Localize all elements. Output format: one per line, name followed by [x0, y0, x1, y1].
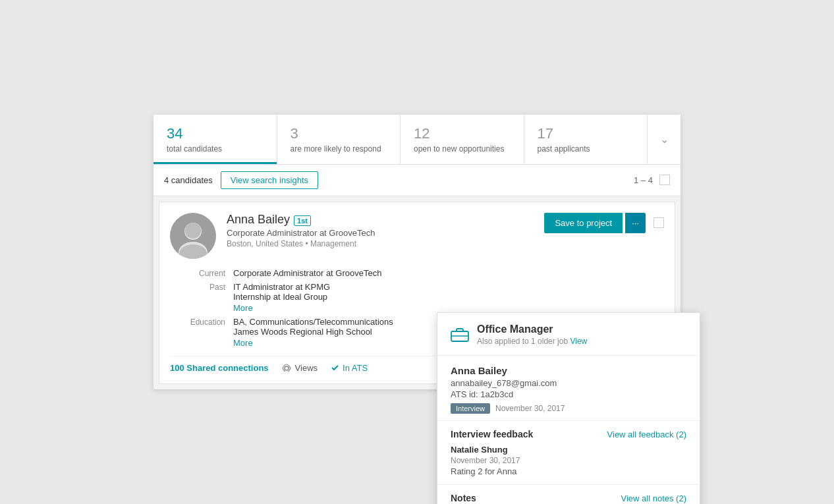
stat-likely-respond[interactable]: 3 are more likely to respond [277, 115, 401, 163]
svg-point-3 [185, 223, 201, 238]
popup-header: Office Manager Also applied to 1 older j… [437, 313, 700, 356]
popup-job-info: Office Manager Also applied to 1 older j… [477, 323, 587, 346]
stat-total-candidates[interactable]: 34 total candidates [153, 115, 277, 163]
view-all-feedback-link[interactable]: View all feedback (2) [607, 430, 686, 439]
views-label: Views [295, 363, 318, 373]
feedback-section-title: Interview feedback [451, 429, 533, 439]
chevron-down-icon: ⌄ [660, 133, 669, 146]
views-icon [282, 364, 292, 372]
current-label: Current [173, 268, 225, 278]
open-opportunities-label: open to new opportunities [414, 144, 511, 154]
likely-respond-number: 3 [291, 125, 387, 142]
save-to-project-button[interactable]: Save to project [544, 213, 623, 233]
feedback-rating: Rating 2 for Anna [451, 466, 686, 476]
likely-respond-label: are more likely to respond [291, 144, 387, 154]
popup-applied: Also applied to 1 older job View [477, 337, 587, 346]
stat-past-applicants[interactable]: 17 past applicants [524, 115, 648, 163]
popup-feedback-header: Interview feedback View all feedback (2) [451, 429, 686, 439]
total-candidates-number: 34 [167, 125, 264, 142]
shared-connections[interactable]: 100 Shared connections [170, 363, 269, 373]
ats-status-row: Interview November 30, 2017 [451, 403, 686, 414]
past-label: Past [173, 282, 225, 313]
popup-candidate-email: annabailey_678@gmai.com [451, 378, 686, 388]
popup-notes-section: Notes View all notes (2) Natalie Sung No… [437, 485, 700, 504]
candidate-actions: Save to project ··· [544, 213, 664, 233]
past-roles: IT Administrator at KPMG Internship at I… [233, 282, 664, 313]
views-link[interactable]: Views [282, 363, 318, 373]
in-ats-link[interactable]: In ATS [331, 363, 368, 373]
open-opportunities-number: 12 [414, 125, 511, 142]
popup-candidate-ats: ATS id: 1a2b3cd [451, 389, 686, 399]
select-all-checkbox[interactable] [659, 175, 670, 185]
pagination: 1 – 4 [634, 175, 670, 185]
stats-collapse-button[interactable]: ⌄ [648, 115, 681, 163]
candidate-title: Corporate Administrator at GrooveTech [227, 228, 534, 238]
popup-job-title: Office Manager [477, 323, 587, 335]
checkmark-icon [331, 363, 340, 372]
popup-candidate-section: Anna Bailey annabailey_678@gmai.com ATS … [437, 356, 700, 421]
past-role-1: IT Administrator at KPMG [233, 282, 664, 292]
degree-badge: 1st [294, 215, 311, 226]
status-badge: Interview [451, 403, 490, 414]
toolbar: 4 candidates View search insights 1 – 4 [153, 165, 681, 196]
shared-connections-count: 100 [170, 363, 184, 373]
feedback-date: November 30, 2017 [451, 456, 686, 465]
pagination-range: 1 – 4 [634, 175, 653, 185]
candidate-name-row: Anna Bailey 1st [227, 213, 534, 227]
briefcase-icon [451, 327, 469, 342]
past-applicants-number: 17 [538, 125, 634, 142]
shared-connections-label: Shared connections [186, 363, 268, 373]
candidate-popup: Office Manager Also applied to 1 older j… [437, 312, 700, 504]
more-actions-button[interactable]: ··· [625, 213, 646, 233]
view-search-insights-button[interactable]: View search insights [221, 171, 318, 189]
candidate-name: Anna Bailey [227, 213, 290, 227]
education-label: Education [173, 317, 225, 348]
current-role: Corporate Administrator at GrooveTech [233, 268, 664, 278]
popup-feedback-section: Interview feedback View all feedback (2)… [437, 421, 700, 485]
status-date: November 30, 2017 [495, 404, 565, 413]
total-candidates-label: total candidates [167, 144, 264, 154]
past-applicants-label: past applicants [538, 144, 634, 154]
view-all-notes-link[interactable]: View all notes (2) [621, 493, 686, 503]
feedback-reviewer-name: Natalie Shung [451, 445, 686, 455]
avatar [170, 213, 216, 259]
candidate-header: Anna Bailey 1st Corporate Administrator … [170, 213, 664, 259]
candidate-info: Anna Bailey 1st Corporate Administrator … [227, 213, 534, 248]
popup-notes-header: Notes View all notes (2) [451, 493, 686, 503]
past-roles-more-link[interactable]: More [233, 303, 664, 313]
stat-open-opportunities[interactable]: 12 open to new opportunities [401, 115, 524, 163]
popup-view-link[interactable]: View [570, 337, 587, 346]
candidate-location: Boston, United States • Management [227, 239, 534, 248]
in-ats-label: In ATS [343, 363, 368, 373]
svg-point-5 [285, 366, 289, 370]
main-container: 34 total candidates 3 are more likely to… [153, 115, 681, 389]
notes-section-title: Notes [451, 493, 476, 503]
popup-candidate-name: Anna Bailey [451, 365, 686, 376]
candidates-count: 4 candidates [164, 175, 213, 185]
candidate-checkbox[interactable] [653, 217, 664, 228]
stats-bar: 34 total candidates 3 are more likely to… [153, 115, 681, 164]
past-role-2: Internship at Ideal Group [233, 292, 664, 302]
